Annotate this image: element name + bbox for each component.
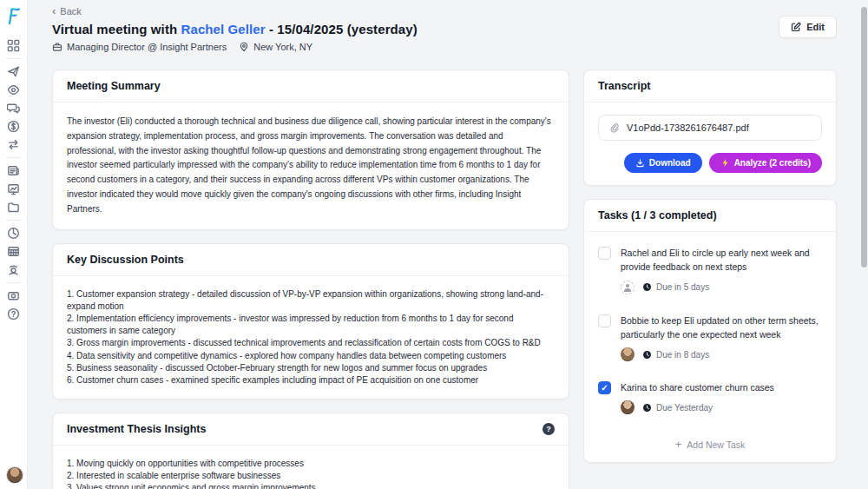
- meeting-summary-text: The investor (Eli) conducted a thorough …: [67, 115, 555, 217]
- task-list: Rachel and Eli to circle up early next w…: [584, 232, 836, 428]
- sidebar-nav: [3, 36, 24, 323]
- title-prefix: Virtual meeting with: [52, 22, 181, 36]
- chevron-left-icon: ‹: [52, 5, 56, 17]
- back-link[interactable]: ‹ Back: [52, 5, 837, 17]
- news-icon: [7, 164, 20, 177]
- sidebar-item-history[interactable]: [3, 224, 24, 242]
- discussion-points-list: 1. Customer expansion strategy - detaile…: [53, 276, 569, 400]
- time-icon: [7, 227, 20, 240]
- task-checkbox[interactable]: [598, 247, 611, 260]
- list-item: 5. Business seasonality - discussed Octo…: [67, 362, 555, 374]
- sidebar-item-views[interactable]: [3, 81, 24, 99]
- paperclip-icon: [609, 122, 620, 133]
- sidebar-item-conversations[interactable]: [3, 99, 24, 117]
- briefcase-icon: [52, 42, 62, 52]
- card-title: Tasks (1 / 3 completed): [598, 209, 717, 221]
- sidebar-divider: [6, 157, 22, 158]
- task-row: Rachel and Eli to circle up early next w…: [598, 235, 822, 303]
- sidebar-item-dashboard[interactable]: [3, 36, 24, 55]
- transcript-card: Transcript V1oPdd-1738261676487.pdf Down…: [583, 69, 837, 186]
- file-name: V1oPdd-1738261676487.pdf: [627, 122, 749, 133]
- list-item: 1. Customer expansion strategy - detaile…: [67, 288, 555, 313]
- investment-thesis-card: Investment Thesis Insights ? 1. Moving q…: [52, 413, 569, 489]
- list-item: 2. Implementation efficiency improvement…: [67, 313, 555, 337]
- presentation-icon: [7, 182, 20, 195]
- role-text: Managing Director @ Insight Partners: [67, 42, 227, 52]
- tasks-card: Tasks (1 / 3 completed) Rachel and Eli t…: [583, 199, 837, 463]
- sidebar-item-network[interactable]: [3, 261, 24, 279]
- thesis-insights-list: 1. Moving quickly on opportunities with …: [53, 446, 569, 489]
- swap-arrows-icon: [7, 138, 20, 151]
- task-row: Karina to share customer churn cases Due…: [598, 370, 822, 423]
- sidebar: [0, 0, 28, 489]
- clock-icon: [642, 403, 652, 413]
- list-item: 6. Customer churn cases - examined speci…: [67, 374, 555, 387]
- sidebar-item-deals[interactable]: [3, 117, 24, 135]
- main-content: ‹ Back Virtual meeting with Rachel Gelle…: [28, 0, 868, 489]
- edit-button[interactable]: Edit: [779, 16, 837, 38]
- page-title: Virtual meeting with Rachel Geller - 15/…: [52, 22, 837, 36]
- list-item: 3. Gross margin improvements - discussed…: [67, 337, 555, 349]
- app-logo-icon: [4, 5, 23, 26]
- sidebar-item-exchanges[interactable]: [3, 135, 24, 154]
- task-due-text: Due in 5 days: [656, 282, 709, 292]
- task-row: Bobbie to keep Eli updated on other term…: [598, 303, 822, 371]
- meeting-subtitle: Managing Director @ Insight Partners New…: [52, 42, 837, 52]
- location-item: New York, NY: [239, 42, 312, 52]
- download-label: Download: [649, 158, 691, 168]
- sidebar-item-recordings[interactable]: [3, 287, 24, 305]
- scrollbar: [860, 0, 867, 489]
- sidebar-item-presentations[interactable]: [3, 180, 24, 198]
- task-checkbox[interactable]: [598, 381, 611, 394]
- sidebar-item-outreach[interactable]: [3, 63, 24, 81]
- user-avatar[interactable]: [6, 466, 23, 484]
- list-item: 2. Interested in scalable enterprise sof…: [67, 470, 555, 482]
- card-title: Transcript: [598, 80, 650, 92]
- task-assignee-avatar[interactable]: [621, 347, 635, 361]
- task-due: Due in 8 days: [642, 350, 709, 360]
- apps-grid-icon: [7, 39, 20, 52]
- task-checkbox[interactable]: [598, 314, 611, 327]
- list-item: 3. Values strong unit economics and gros…: [67, 482, 555, 489]
- help-icon[interactable]: ?: [542, 423, 555, 435]
- role-item: Managing Director @ Insight Partners: [52, 42, 227, 52]
- card-title: Key Discussion Points: [67, 254, 184, 266]
- task-text: Rachel and Eli to circle up early next w…: [621, 246, 822, 274]
- sidebar-divider: [6, 282, 22, 283]
- person-name-link[interactable]: Rachel Geller: [181, 22, 266, 36]
- meeting-summary-card: Meeting Summary The investor (Eli) condu…: [52, 69, 569, 230]
- task-due-text: Due in 8 days: [656, 350, 709, 360]
- scrollbar-thumb[interactable]: [861, 7, 867, 268]
- app-logo[interactable]: [4, 5, 23, 26]
- sidebar-item-help[interactable]: [3, 305, 24, 323]
- task-assignee-avatar[interactable]: [621, 281, 635, 294]
- folder-icon: [7, 201, 20, 214]
- sidebar-item-tables[interactable]: [3, 242, 24, 261]
- eye-icon: [7, 83, 20, 96]
- sidebar-item-files[interactable]: [3, 198, 24, 216]
- task-text: Karina to share customer churn cases: [621, 380, 822, 394]
- add-new-task-button[interactable]: + Add New Task: [584, 428, 836, 462]
- list-item: 1. Moving quickly on opportunities with …: [67, 458, 555, 470]
- contacts-icon: [7, 263, 20, 276]
- analyze-button[interactable]: Analyze (2 credits): [709, 153, 822, 173]
- video-icon: [7, 289, 20, 302]
- task-due: Due in 5 days: [642, 282, 709, 292]
- card-title: Investment Thesis Insights: [67, 423, 206, 435]
- back-label: Back: [60, 6, 81, 17]
- download-button[interactable]: Download: [624, 153, 702, 173]
- transcript-file[interactable]: V1oPdd-1738261676487.pdf: [598, 115, 822, 141]
- clock-icon: [642, 282, 652, 292]
- task-assignee-avatar[interactable]: [621, 400, 635, 414]
- sidebar-item-news[interactable]: [3, 162, 24, 180]
- help-icon: [7, 307, 20, 320]
- key-discussion-points-card: Key Discussion Points 1. Customer expans…: [52, 243, 569, 400]
- send-icon: [7, 65, 20, 78]
- location-pin-icon: [239, 42, 249, 52]
- title-suffix: - 15/04/2025 (yesterday): [266, 22, 418, 36]
- clock-icon: [642, 350, 652, 360]
- card-title: Meeting Summary: [67, 80, 161, 92]
- task-text: Bobbie to keep Eli updated on other term…: [621, 314, 822, 342]
- add-task-label: Add New Task: [687, 439, 745, 450]
- edit-pencil-icon: [791, 22, 801, 32]
